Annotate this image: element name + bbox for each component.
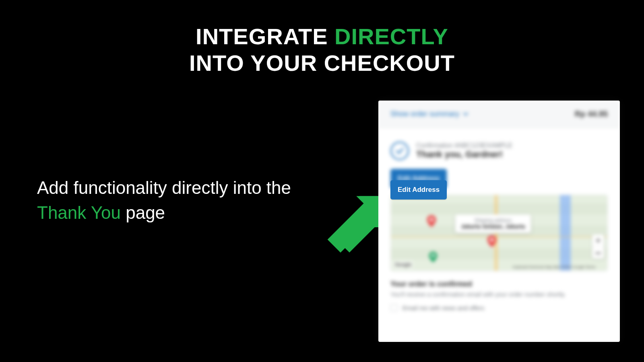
svg-point-3 xyxy=(490,238,493,242)
order-summary-bar[interactable]: Show order summary Rp 44.95 xyxy=(378,101,620,128)
checkout-thankyou-mock: Show order summary Rp 44.95 Confirmation… xyxy=(378,101,620,342)
order-confirmed-subtext: You'll receive a confirmation email with… xyxy=(378,291,620,304)
blurred-background: Show order summary Rp 44.95 Confirmation… xyxy=(378,101,620,321)
bubble-value: Jakarta Selatan, Jakarta xyxy=(461,223,525,230)
email-opt-in-checkbox[interactable] xyxy=(390,304,398,311)
email-opt-in-row[interactable]: Email me with news and offers xyxy=(378,304,620,321)
subheadline-accent: Thank You xyxy=(37,203,121,222)
confirmation-header: Confirmation #ABC123EXAMPLE Thank you, G… xyxy=(378,128,620,165)
order-total: Rp 44.95 xyxy=(575,109,608,119)
subheadline-text-1: Add functionality directly into the xyxy=(37,178,291,197)
check-circle-icon xyxy=(390,142,409,160)
show-order-summary-toggle[interactable]: Show order summary xyxy=(390,110,468,118)
svg-point-2 xyxy=(429,218,433,222)
email-opt-in-label: Email me with news and offers xyxy=(402,304,484,311)
order-summary-label: Show order summary xyxy=(390,110,459,118)
headline-text-1: INTEGRATE xyxy=(196,24,334,49)
slide: INTEGRATE DIRECTLY INTO YOUR CHECKOUT Ad… xyxy=(0,0,644,362)
subheadline: Add functionality directly into the Than… xyxy=(37,175,319,226)
map-attribution: Keyboard shortcuts Map data ©2022 Google… xyxy=(513,265,595,269)
zoom-out-button[interactable]: − xyxy=(592,247,604,259)
thank-you-message: Thank you, Gardner! xyxy=(416,149,512,160)
headline-text-2: INTO YOUR CHECKOUT xyxy=(189,50,455,76)
chevron-down-icon xyxy=(463,112,468,117)
order-confirmed-title: Your order is confirmed xyxy=(378,271,620,291)
map-pin-icon xyxy=(429,251,438,263)
map-zoom-control[interactable]: + − xyxy=(592,234,604,259)
bubble-title: Shipping address xyxy=(461,218,525,223)
edit-address-button[interactable]: Edit Address xyxy=(390,180,447,200)
confirmation-text: Confirmation #ABC123EXAMPLE Thank you, G… xyxy=(416,142,512,160)
zoom-in-button[interactable]: + xyxy=(592,234,604,247)
map-address-bubble: Shipping address Jakarta Selatan, Jakart… xyxy=(455,214,531,233)
subheadline-text-2: page xyxy=(121,203,165,222)
shipping-map[interactable]: Shipping address Jakarta Selatan, Jakart… xyxy=(390,195,608,271)
google-logo: Google xyxy=(393,261,413,268)
headline: INTEGRATE DIRECTLY INTO YOUR CHECKOUT xyxy=(0,23,644,76)
map-pin-icon xyxy=(487,235,496,247)
headline-accent: DIRECTLY xyxy=(334,24,448,49)
svg-point-4 xyxy=(431,254,435,257)
confirmation-number: Confirmation #ABC123EXAMPLE xyxy=(416,142,512,149)
map-pin-icon xyxy=(427,215,436,227)
